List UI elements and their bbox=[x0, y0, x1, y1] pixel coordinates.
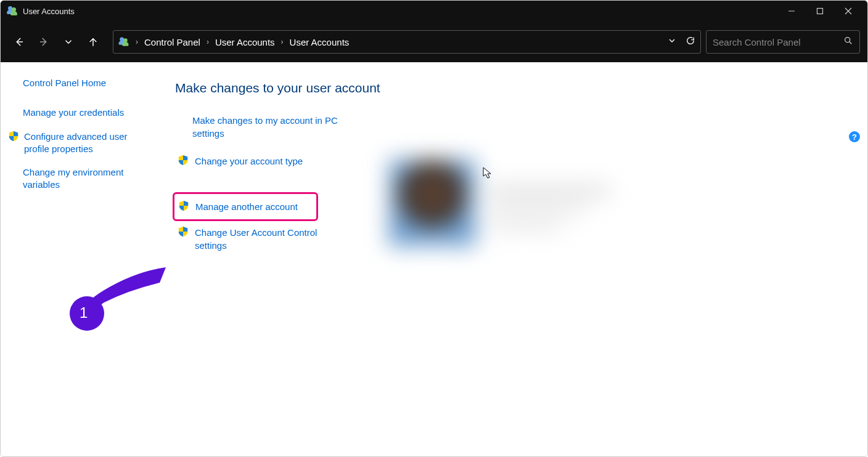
chevron-right-icon[interactable]: › bbox=[207, 38, 209, 46]
action-label: Change your account type bbox=[195, 155, 303, 168]
sidebar-item-advanced-profile[interactable]: Configure advanced user profile properti… bbox=[8, 131, 153, 156]
sidebar-item-label: Configure advanced user profile properti… bbox=[24, 131, 153, 156]
shield-icon bbox=[178, 155, 189, 166]
action-label: Make changes to my account in PC setting… bbox=[192, 114, 348, 140]
avatar bbox=[389, 160, 475, 246]
shield-icon bbox=[8, 131, 19, 142]
action-label: Change User Account Control settings bbox=[195, 226, 348, 252]
back-button[interactable] bbox=[8, 31, 30, 53]
breadcrumb-control-panel[interactable]: Control Panel bbox=[144, 37, 200, 47]
action-pc-settings[interactable]: Make changes to my account in PC setting… bbox=[175, 114, 348, 140]
account-info-panel bbox=[383, 155, 648, 272]
sidebar: Control Panel Home Manage your credentia… bbox=[1, 62, 164, 457]
up-button[interactable] bbox=[82, 31, 104, 53]
search-box[interactable] bbox=[706, 30, 860, 54]
sidebar-item-label: Manage your credentials bbox=[23, 107, 124, 119]
users-icon bbox=[7, 6, 18, 17]
chevron-right-icon[interactable]: › bbox=[281, 38, 284, 46]
sidebar-home-link[interactable]: Control Panel Home bbox=[23, 77, 153, 89]
address-dropdown-button[interactable] bbox=[667, 36, 677, 48]
svg-line-8 bbox=[850, 42, 852, 44]
address-bar[interactable]: › Control Panel › User Accounts › User A… bbox=[113, 30, 701, 54]
action-manage-another-account[interactable]: Manage another account bbox=[173, 192, 318, 221]
shield-icon bbox=[178, 200, 189, 211]
breadcrumb-user-accounts[interactable]: User Accounts bbox=[215, 37, 275, 47]
svg-point-7 bbox=[845, 38, 850, 42]
breadcrumb-user-accounts-leaf[interactable]: User Accounts bbox=[290, 37, 350, 47]
action-label: Manage another account bbox=[195, 200, 298, 213]
page-heading: Make changes to your user account bbox=[175, 81, 843, 95]
users-icon bbox=[118, 36, 129, 47]
refresh-button[interactable] bbox=[686, 36, 695, 48]
action-change-account-type[interactable]: Change your account type bbox=[175, 155, 348, 168]
recent-locations-button[interactable] bbox=[57, 31, 80, 53]
cursor-icon bbox=[483, 167, 493, 179]
shield-icon bbox=[178, 226, 189, 237]
window-title: User Accounts bbox=[23, 7, 75, 16]
title-bar: User Accounts bbox=[1, 1, 867, 22]
search-icon[interactable] bbox=[843, 36, 853, 48]
search-input[interactable] bbox=[713, 37, 843, 47]
action-uac-settings[interactable]: Change User Account Control settings bbox=[175, 226, 348, 252]
svg-rect-1 bbox=[817, 9, 823, 14]
content-area: ? Control Panel Home Manage your credent… bbox=[1, 62, 867, 457]
minimize-button[interactable] bbox=[777, 1, 806, 21]
forward-button[interactable] bbox=[33, 31, 55, 53]
sidebar-item-env-vars[interactable]: Change my environment variables bbox=[23, 166, 153, 192]
navigation-toolbar: › Control Panel › User Accounts › User A… bbox=[1, 22, 867, 62]
sidebar-item-credentials[interactable]: Manage your credentials bbox=[23, 107, 153, 119]
maximize-button[interactable] bbox=[806, 1, 834, 21]
chevron-right-icon[interactable]: › bbox=[136, 38, 138, 46]
close-button[interactable] bbox=[834, 1, 862, 21]
sidebar-item-label: Change my environment variables bbox=[23, 166, 153, 192]
